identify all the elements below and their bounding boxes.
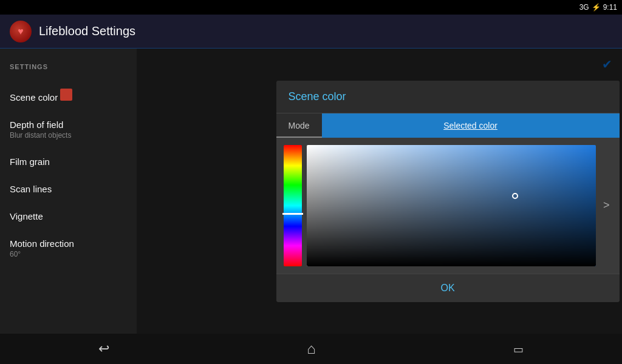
back-button[interactable] — [98, 341, 109, 357]
time-display: 9:11 — [603, 3, 617, 12]
color-picker-area: > — [276, 138, 620, 274]
depth-of-field-label: Depth of field — [10, 120, 63, 130]
scan-lines-label: Scan lines — [10, 184, 52, 194]
network-indicator: 3G — [579, 3, 589, 12]
ok-button[interactable]: OK — [276, 274, 620, 302]
scene-color-label: Scene color — [10, 92, 58, 103]
hue-indicator — [282, 213, 303, 215]
motion-direction-label: Motion direction — [10, 238, 74, 249]
tab-selected-color[interactable]: Selected color — [322, 113, 620, 138]
status-bar: 3G ⚡ 9:11 — [0, 0, 622, 15]
main-content: SETTINGS Scene color Depth of field Blur… — [0, 49, 622, 334]
tab-mode[interactable]: Mode — [276, 113, 322, 138]
app-icon — [10, 21, 32, 42]
depth-of-field-sub: Blur distant objects — [10, 131, 127, 140]
sb-gradient — [307, 145, 596, 266]
sidebar-item-vignette[interactable]: Vignette — [0, 203, 137, 230]
motion-direction-sub: 60° — [10, 250, 127, 258]
nav-bar — [0, 334, 622, 364]
scene-color-swatch — [60, 89, 72, 101]
sidebar-item-motion-direction[interactable]: Motion direction 60° — [0, 230, 137, 267]
dialog-title: Scene color — [276, 81, 620, 113]
sidebar-item-depth-of-field[interactable]: Depth of field Blur distant objects — [0, 111, 137, 148]
bg-area: ✔ ✔ ✔ ✔ Scene color Mode — [137, 49, 622, 334]
home-button[interactable] — [307, 340, 316, 357]
vignette-label: Vignette — [10, 211, 43, 221]
scene-color-dialog: Scene color Mode Selected color — [276, 81, 620, 302]
recents-button[interactable] — [513, 341, 524, 357]
saturation-brightness-picker[interactable] — [307, 145, 596, 266]
film-grain-label: Film grain — [10, 157, 50, 167]
battery-icon: ⚡ — [592, 3, 601, 12]
app-title: Lifeblood Settings — [39, 24, 135, 38]
hue-slider[interactable] — [284, 145, 302, 266]
dialog-tabs: Mode Selected color — [276, 113, 620, 138]
sidebar: SETTINGS Scene color Depth of field Blur… — [0, 49, 137, 334]
settings-section-label: SETTINGS — [0, 58, 137, 78]
expand-icon[interactable]: > — [601, 145, 612, 266]
sidebar-item-film-grain[interactable]: Film grain — [0, 148, 137, 175]
sidebar-item-scene-color[interactable]: Scene color — [0, 78, 137, 111]
sidebar-item-scan-lines[interactable]: Scan lines — [0, 175, 137, 203]
dialog-container: Scene color Mode Selected color — [273, 49, 622, 334]
app-bar: Lifeblood Settings — [0, 15, 622, 49]
